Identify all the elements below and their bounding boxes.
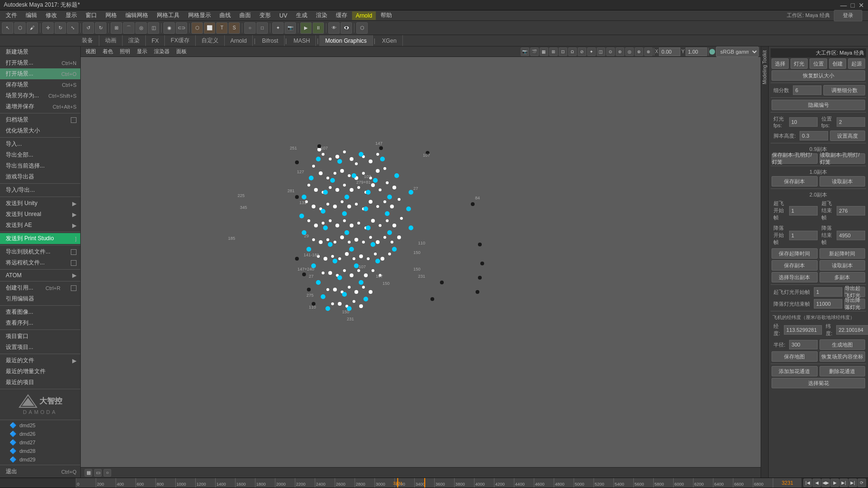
menu-deform[interactable]: 变形 bbox=[256, 10, 275, 20]
gamma-select[interactable]: sRGB gamma bbox=[716, 47, 759, 57]
rp-light-btn[interactable]: 灯光 bbox=[791, 58, 808, 69]
rp-restore-btn[interactable]: 恢复默认大小 bbox=[772, 70, 865, 81]
vp-ao-btn[interactable]: ⊙ bbox=[606, 47, 615, 56]
tab-custom[interactable]: 自定义 bbox=[196, 35, 225, 46]
menu-mesh-display[interactable]: 网格显示 bbox=[184, 10, 215, 20]
poly-text-btn[interactable]: T bbox=[216, 22, 228, 34]
vp-hud-btn[interactable]: Ω bbox=[568, 47, 577, 56]
save-map-btn[interactable]: 保存地图 bbox=[772, 351, 818, 362]
menu-file[interactable]: 文件 bbox=[2, 10, 21, 20]
rp-start-btn[interactable]: 起源 bbox=[848, 58, 865, 69]
menu-ref-editor[interactable]: 引用编辑器 bbox=[0, 293, 80, 304]
hide-btn[interactable]: 👁‍🗨 bbox=[341, 22, 352, 34]
vp-grid-btn[interactable]: ⊞ bbox=[549, 47, 558, 56]
vp-light-btn[interactable]: 照明 bbox=[117, 47, 133, 56]
ref-checkbox[interactable] bbox=[71, 285, 76, 291]
select-export-btn[interactable]: 选择导出副本 bbox=[772, 272, 818, 282]
export-fall-light-btn[interactable]: 导出降落灯光 bbox=[844, 299, 865, 309]
fps-light-input[interactable] bbox=[789, 117, 818, 127]
snap-view-btn[interactable]: ◫ bbox=[148, 22, 159, 34]
menu-edit-mesh[interactable]: 编辑网格 bbox=[122, 10, 152, 20]
menu-save-scene[interactable]: 保存场景 Ctrl+S bbox=[0, 79, 80, 90]
vp-show-btn[interactable]: 显示 bbox=[134, 47, 150, 56]
vp-mo-btn[interactable]: ⊗ bbox=[644, 47, 653, 56]
scale-tool-btn[interactable]: ⤡ bbox=[67, 22, 78, 34]
del-channel-btn[interactable]: 删除花通道 bbox=[820, 366, 866, 376]
menu-render[interactable]: 渲染 bbox=[312, 10, 331, 20]
multi-script-btn[interactable]: 多副本 bbox=[820, 272, 866, 282]
nurbs-cube-btn[interactable]: □ bbox=[257, 22, 268, 34]
menu-atom[interactable]: ATOM ▶ bbox=[0, 271, 80, 280]
vp-shade-btn[interactable]: 着色 bbox=[100, 47, 116, 56]
menu-view-seq[interactable]: 查看序列... bbox=[0, 318, 80, 328]
recent-file-dmd27[interactable]: 🔷 dmd27 bbox=[0, 438, 80, 447]
vp-view-btn[interactable]: 视图 bbox=[83, 47, 99, 56]
rp-pos-btn[interactable]: 位置 bbox=[810, 58, 827, 69]
tab-anim[interactable]: 动画 bbox=[99, 35, 123, 46]
menu-open-scene1[interactable]: 打开场景... Ctrl+N bbox=[0, 57, 80, 68]
minimize-btn[interactable]: — bbox=[840, 1, 847, 9]
menu-create-ref[interactable]: 创建引用... Ctrl+R bbox=[0, 282, 80, 293]
menu-modify[interactable]: 修改 bbox=[42, 10, 61, 20]
prev-key-btn[interactable]: |◀ bbox=[803, 479, 812, 487]
tab-motion-graphics[interactable]: Motion Graphics bbox=[319, 35, 372, 46]
menu-remote-file[interactable]: 将远程机文件... bbox=[0, 257, 80, 268]
tab-render[interactable]: 渲染 bbox=[123, 35, 146, 46]
set-height-btn[interactable]: 设置高度 bbox=[830, 131, 865, 141]
subdiv-input[interactable] bbox=[793, 85, 821, 95]
coord-y-input[interactable] bbox=[686, 47, 707, 56]
read-10-btn[interactable]: 读取副本 bbox=[820, 176, 866, 187]
hide-symbol-btn[interactable]: 隐藏编号 bbox=[772, 100, 865, 110]
select-flower-btn[interactable]: 选择菊花 bbox=[772, 378, 865, 388]
recent-file-dmd28[interactable]: 🔷 dmd28 bbox=[0, 447, 80, 455]
sym-btn[interactable]: ⊂⊃ bbox=[176, 22, 187, 34]
vp-display-line[interactable]: ▭ bbox=[94, 469, 102, 477]
menu-cache[interactable]: 缓存 bbox=[332, 10, 351, 20]
poly-sphere-btn[interactable]: ⬡ bbox=[191, 22, 203, 34]
timeline-ruler[interactable] bbox=[76, 478, 773, 488]
menu-export-all[interactable]: 导出全部... bbox=[0, 150, 80, 160]
menu-recent-files[interactable]: 最近的文件 ▶ bbox=[0, 355, 80, 366]
recent-file-dmd26[interactable]: 🔷 dmd26 bbox=[0, 430, 80, 438]
vp-sel-btn[interactable]: ▦ bbox=[540, 47, 548, 56]
tab-mash[interactable]: MASH bbox=[288, 35, 316, 46]
pos-fps-input[interactable] bbox=[837, 117, 865, 127]
save-10-btn[interactable]: 保存副本 bbox=[772, 176, 818, 187]
menu-game-export[interactable]: 游戏导出器 bbox=[0, 171, 80, 182]
gen-coord-btn[interactable]: 生成地图 bbox=[820, 339, 865, 350]
close-btn[interactable]: ✕ bbox=[858, 1, 864, 9]
menu-send-unreal[interactable]: 发送到 Unreal ▶ bbox=[0, 209, 80, 220]
viewport-canvas[interactable]: 251 127 281 225 345 185 131 29 141-181 1… bbox=[81, 57, 761, 467]
fall-light-input[interactable] bbox=[814, 299, 842, 309]
vp-camera-btn[interactable]: 📷 bbox=[521, 47, 529, 56]
menu-new-scene[interactable]: 新建场景 bbox=[0, 47, 80, 57]
titlebar-controls[interactable]: — □ ✕ bbox=[840, 1, 864, 9]
menu-window[interactable]: 窗口 bbox=[82, 10, 101, 20]
vp-film-btn[interactable]: 🎬 bbox=[530, 47, 539, 56]
new-time-btn[interactable]: 新起降时间 bbox=[820, 248, 866, 259]
save-time-btn[interactable]: 保存起降时间 bbox=[772, 248, 818, 259]
paint-tool-btn[interactable]: 🖌 bbox=[27, 22, 38, 34]
height-input[interactable] bbox=[800, 131, 828, 141]
menu-curves[interactable]: 曲线 bbox=[216, 10, 235, 20]
adjust-subdiv-btn[interactable]: 调整细分数 bbox=[823, 85, 865, 95]
rp-build-btn[interactable]: 创建 bbox=[829, 58, 846, 69]
half-input[interactable] bbox=[789, 340, 818, 349]
poly-svg-btn[interactable]: S bbox=[229, 22, 240, 34]
lasso-tool-btn[interactable]: ⬡ bbox=[14, 22, 26, 34]
tab-bifrost[interactable]: Bifrost bbox=[257, 35, 285, 46]
redo-btn[interactable]: ↻ bbox=[95, 22, 106, 34]
fly-start-input[interactable] bbox=[789, 206, 818, 216]
poly-cube-btn[interactable]: ⬜ bbox=[204, 22, 215, 34]
latitude-input[interactable] bbox=[836, 325, 868, 335]
export-offline-checkbox[interactable] bbox=[71, 249, 76, 255]
menu-view-image[interactable]: 查看图像... bbox=[0, 307, 80, 318]
undo-btn[interactable]: ↺ bbox=[83, 22, 94, 34]
play-fwd-btn[interactable]: ▶ bbox=[830, 479, 839, 487]
fly-light-input[interactable] bbox=[814, 287, 842, 297]
menu-open-scene2[interactable]: 打开场景... Ctrl+O bbox=[0, 68, 80, 79]
fall-start-input[interactable] bbox=[789, 231, 818, 240]
longitude-input[interactable] bbox=[784, 325, 822, 335]
menu-export-offline[interactable]: 导出到脱机文件... bbox=[0, 246, 80, 257]
snap-curve-btn[interactable]: ⌒ bbox=[123, 22, 134, 34]
